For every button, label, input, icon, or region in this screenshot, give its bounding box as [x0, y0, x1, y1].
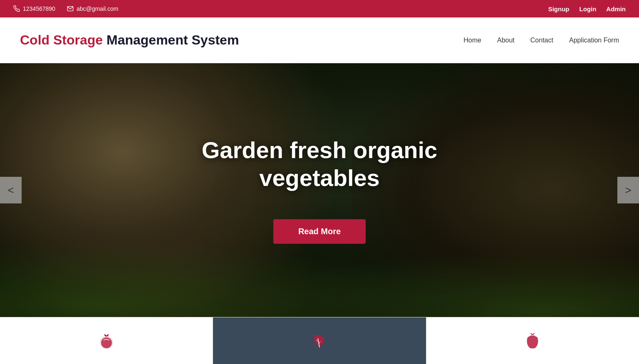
login-link[interactable]: Login [580, 5, 597, 12]
phone-contact: 1234567890 [13, 5, 55, 12]
signup-link[interactable]: Signup [548, 5, 570, 12]
email-address: abc@gmail.com [77, 5, 119, 12]
card-item-tomato [0, 317, 213, 364]
read-more-button[interactable]: Read More [273, 219, 366, 244]
brand-cold: Cold Storage [20, 32, 106, 47]
admin-link[interactable]: Admin [606, 5, 626, 12]
apple-icon [522, 330, 543, 352]
card-item-leaf [213, 317, 426, 364]
top-bar-left: 1234567890 abc@gmail.com [13, 5, 548, 12]
phone-number: 1234567890 [23, 5, 55, 12]
brand-rest: Management System [106, 32, 239, 47]
top-bar: 1234567890 abc@gmail.com Signup Login Ad… [0, 0, 639, 17]
brand: Cold Storage Management System [20, 32, 463, 48]
navbar: Cold Storage Management System Home Abou… [0, 17, 639, 63]
nav-application-form[interactable]: Application Form [569, 37, 619, 44]
tomato-icon [96, 330, 117, 352]
top-bar-right: Signup Login Admin [548, 5, 626, 12]
hero-title-line2: vegetables [259, 165, 380, 191]
hero-content: Garden fresh organic vegetables Read Mor… [202, 136, 437, 243]
hero-slider: < Garden fresh organic vegetables Read M… [0, 63, 639, 317]
card-row [0, 317, 639, 364]
nav-links: Home About Contact Application Form [463, 37, 619, 44]
hero-title-line1: Garden fresh organic [202, 137, 437, 163]
nav-contact[interactable]: Contact [530, 37, 553, 44]
nav-about[interactable]: About [497, 37, 515, 44]
card-item-apple [426, 317, 639, 364]
mail-icon [67, 5, 74, 12]
nav-home[interactable]: Home [463, 37, 481, 44]
hero-title: Garden fresh organic vegetables [202, 136, 437, 191]
slider-next-button[interactable]: > [617, 177, 639, 203]
leaf-icon [309, 330, 330, 352]
email-contact: abc@gmail.com [67, 5, 119, 12]
chevron-left-icon: < [7, 184, 14, 197]
slider-prev-button[interactable]: < [0, 177, 22, 203]
phone-icon [13, 5, 20, 12]
chevron-right-icon: > [625, 184, 631, 197]
